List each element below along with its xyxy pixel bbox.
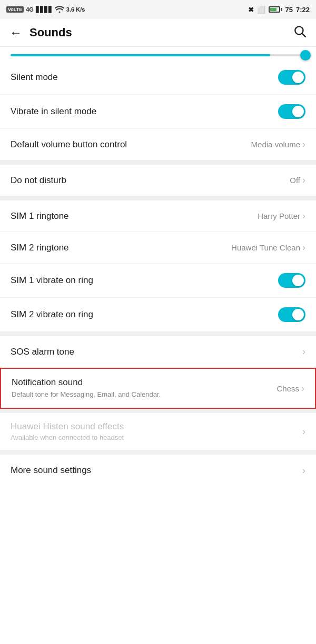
notification-sound-row[interactable]: Notification sound Default tone for Mess…	[0, 368, 316, 409]
speed-indicator: 3.6 K/s	[66, 6, 85, 13]
volume-slider-track[interactable]	[11, 54, 305, 56]
sim2-vibrate-toggle[interactable]	[278, 307, 305, 322]
chevron-icon: ›	[301, 383, 304, 394]
divider-5	[0, 450, 316, 455]
clock: 7:22	[296, 6, 310, 14]
status-left: VoLTE 4G ▋▋▋▋ 3.6 K/s	[6, 5, 85, 14]
top-bar: ← Sounds	[0, 19, 316, 47]
battery-percent: 75	[285, 6, 293, 14]
sim1-vibrate-label: SIM 1 vibrate on ring	[11, 275, 278, 286]
sim1-vibrate-toggle[interactable]	[278, 273, 305, 288]
notification-sound-subtitle: Default tone for Messaging, Email, and C…	[12, 390, 270, 399]
search-icon[interactable]	[293, 24, 307, 41]
silent-mode-row[interactable]: Silent mode	[0, 61, 316, 95]
chevron-icon: ›	[302, 139, 305, 150]
histen-title: Huawei Histen sound effects	[11, 421, 302, 432]
sim2-ringtone-label: SIM 2 ringtone	[11, 243, 231, 253]
divider-3	[0, 332, 316, 336]
silent-mode-label: Silent mode	[11, 72, 278, 83]
do-not-disturb-label: Do not disturb	[11, 175, 290, 186]
volte-badge: VoLTE	[6, 6, 24, 13]
slider-fill	[11, 54, 270, 56]
top-bar-left: ← Sounds	[9, 25, 72, 40]
volume-button-value: Media volume ›	[251, 139, 305, 150]
page-title: Sounds	[29, 26, 72, 39]
sim1-vibrate-row[interactable]: SIM 1 vibrate on ring	[0, 264, 316, 298]
histen-subtitle: Available when connected to headset	[11, 434, 302, 441]
sos-alarm-row[interactable]: SOS alarm tone ›	[0, 336, 316, 368]
histen-value: ›	[302, 426, 305, 437]
chevron-icon: ›	[302, 210, 305, 222]
volume-button-label: Default volume button control	[11, 139, 251, 150]
wifi-icon	[55, 5, 64, 14]
vibrate-silent-toggle[interactable]	[278, 104, 305, 119]
bluetooth-icon: ✖	[248, 6, 254, 14]
sos-alarm-value: ›	[302, 346, 305, 357]
settings-list: Silent mode Vibrate in silent mode Defau…	[0, 61, 316, 486]
vibrate-icon: ⬜	[257, 6, 265, 14]
sim2-vibrate-row[interactable]: SIM 2 vibrate on ring	[0, 298, 316, 332]
sos-alarm-label: SOS alarm tone	[11, 347, 302, 357]
divider-1	[0, 160, 316, 165]
chevron-icon: ›	[302, 242, 305, 253]
chevron-icon: ›	[302, 346, 305, 357]
vibrate-silent-label: Vibrate in silent mode	[11, 106, 278, 117]
volume-slider-section[interactable]	[0, 47, 316, 61]
histen-row[interactable]: Huawei Histen sound effects Available wh…	[0, 413, 316, 450]
do-not-disturb-value: Off ›	[290, 175, 305, 186]
sim1-ringtone-label: SIM 1 ringtone	[11, 211, 258, 222]
silent-mode-toggle[interactable]	[278, 70, 305, 85]
status-bar: VoLTE 4G ▋▋▋▋ 3.6 K/s ✖ ⬜ 75 7:22	[0, 0, 316, 19]
back-button[interactable]: ←	[9, 25, 22, 40]
sim1-ringtone-row[interactable]: SIM 1 ringtone Harry Potter ›	[0, 200, 316, 232]
network-type: 4G	[26, 6, 34, 13]
sim1-ringtone-value: Harry Potter ›	[258, 210, 305, 222]
more-sound-settings-row[interactable]: More sound settings ›	[0, 455, 316, 486]
toggle-knob	[292, 72, 304, 83]
histen-label: Huawei Histen sound effects Available wh…	[11, 421, 302, 441]
notification-sound-value: Chess ›	[276, 383, 304, 394]
toggle-knob	[292, 106, 304, 117]
toggle-knob	[292, 275, 304, 286]
notification-sound-left: Notification sound Default tone for Mess…	[12, 377, 270, 399]
chevron-icon: ›	[302, 426, 305, 437]
svg-line-1	[302, 34, 305, 37]
toggle-knob	[292, 309, 304, 320]
signal-bars: ▋▋▋▋	[36, 6, 53, 13]
chevron-icon: ›	[302, 175, 305, 186]
do-not-disturb-row[interactable]: Do not disturb Off ›	[0, 165, 316, 196]
sim2-ringtone-value: Huawei Tune Clean ›	[231, 242, 305, 253]
vibrate-silent-row[interactable]: Vibrate in silent mode	[0, 95, 316, 129]
notification-sound-title: Notification sound	[12, 377, 270, 388]
slider-thumb[interactable]	[300, 50, 311, 61]
volume-button-row[interactable]: Default volume button control Media volu…	[0, 129, 316, 160]
status-right: ✖ ⬜ 75 7:22	[248, 6, 310, 14]
sim2-ringtone-row[interactable]: SIM 2 ringtone Huawei Tune Clean ›	[0, 232, 316, 264]
sim2-vibrate-label: SIM 2 vibrate on ring	[11, 309, 278, 320]
divider-2	[0, 196, 316, 200]
more-sound-settings-label: More sound settings	[11, 465, 302, 476]
more-sound-settings-value: ›	[302, 465, 305, 476]
divider-4	[0, 409, 316, 413]
battery-icon	[269, 6, 282, 13]
chevron-icon: ›	[302, 465, 305, 476]
